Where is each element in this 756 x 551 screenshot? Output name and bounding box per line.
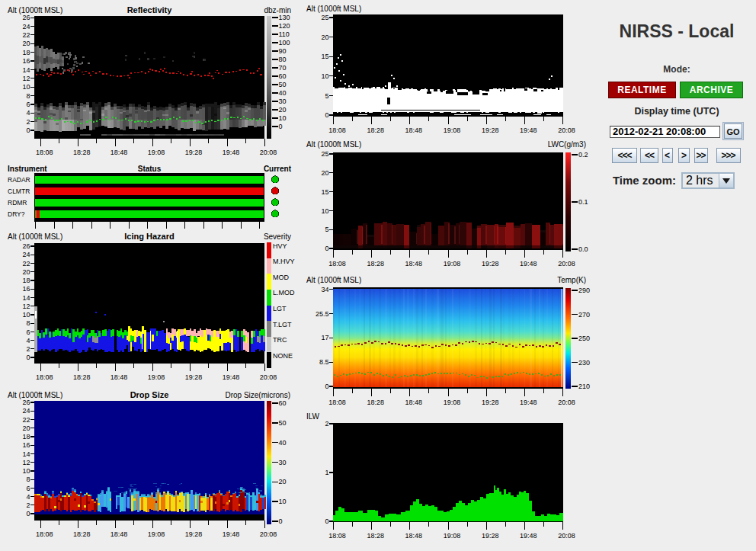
svg-text:10: 10: [321, 207, 328, 215]
svg-text:18: 18: [22, 277, 30, 284]
svg-text:20:08: 20:08: [558, 260, 575, 267]
svg-text:14: 14: [22, 294, 30, 302]
svg-text:LWC(g/m3): LWC(g/m3): [548, 140, 586, 149]
svg-text:4: 4: [26, 493, 30, 501]
svg-text:110: 110: [279, 30, 290, 38]
svg-text:40: 40: [279, 89, 287, 97]
svg-text:19:28: 19:28: [482, 127, 499, 134]
svg-text:TRC: TRC: [273, 336, 287, 344]
svg-text:25.5: 25.5: [316, 310, 329, 318]
svg-text:20:08: 20:08: [558, 532, 575, 540]
svg-text:Alt (1000ft MSL): Alt (1000ft MSL): [8, 391, 62, 399]
svg-text:10: 10: [279, 498, 287, 505]
svg-text:18:28: 18:28: [367, 260, 384, 267]
svg-text:270: 270: [578, 311, 590, 319]
svg-text:L.MOD: L.MOD: [273, 289, 295, 296]
svg-text:MOD: MOD: [273, 274, 289, 281]
svg-text:19:48: 19:48: [520, 532, 537, 540]
svg-text:ILW: ILW: [306, 412, 320, 421]
svg-text:14: 14: [22, 66, 30, 74]
svg-text:20:08: 20:08: [260, 149, 277, 156]
svg-text:20: 20: [22, 40, 30, 47]
svg-text:16: 16: [22, 57, 30, 65]
svg-text:16: 16: [22, 441, 30, 449]
svg-text:14: 14: [22, 450, 30, 458]
svg-text:2: 2: [26, 345, 30, 353]
svg-text:19:08: 19:08: [148, 530, 165, 538]
svg-text:Instrument: Instrument: [8, 165, 47, 173]
svg-text:10: 10: [22, 467, 30, 475]
svg-text:15: 15: [321, 188, 328, 196]
svg-text:M.HVY: M.HVY: [273, 258, 295, 265]
svg-text:RDMR: RDMR: [8, 199, 27, 207]
svg-text:Alt (1000ft MSL): Alt (1000ft MSL): [306, 5, 361, 13]
svg-text:230: 230: [578, 359, 590, 367]
svg-text:20: 20: [279, 478, 287, 485]
svg-text:22: 22: [22, 416, 30, 424]
svg-text:26: 26: [22, 399, 30, 406]
svg-text:19:08: 19:08: [444, 260, 461, 267]
svg-text:Alt (1000ft MSL): Alt (1000ft MSL): [8, 6, 62, 14]
svg-text:10: 10: [279, 114, 287, 122]
svg-text:19:08: 19:08: [148, 373, 165, 381]
svg-text:15: 15: [321, 53, 328, 60]
svg-text:22: 22: [22, 260, 30, 267]
svg-text:20: 20: [22, 424, 30, 432]
svg-text:Current: Current: [264, 165, 292, 173]
svg-text:50: 50: [279, 81, 287, 88]
svg-text:T.LGT: T.LGT: [273, 321, 292, 328]
svg-text:22: 22: [22, 31, 30, 39]
svg-text:19:48: 19:48: [223, 149, 240, 156]
svg-text:100: 100: [279, 39, 290, 46]
svg-text:2: 2: [26, 501, 30, 509]
svg-text:HVY: HVY: [273, 242, 287, 250]
svg-text:18:08: 18:08: [328, 260, 346, 267]
svg-text:18:08: 18:08: [328, 127, 346, 134]
svg-text:80: 80: [279, 56, 287, 63]
svg-text:20: 20: [321, 34, 328, 41]
svg-text:50: 50: [279, 419, 287, 427]
svg-text:0: 0: [325, 517, 328, 525]
svg-text:Severity: Severity: [264, 232, 291, 241]
svg-text:18:28: 18:28: [367, 532, 384, 540]
svg-text:2: 2: [325, 420, 328, 428]
svg-text:18:48: 18:48: [405, 399, 423, 406]
svg-text:24: 24: [22, 23, 30, 30]
svg-text:26: 26: [22, 242, 30, 250]
svg-text:19:08: 19:08: [444, 532, 461, 540]
svg-text:19:08: 19:08: [444, 399, 461, 406]
svg-text:25: 25: [321, 14, 328, 21]
svg-text:20: 20: [321, 169, 328, 177]
svg-text:Alt (1000ft MSL): Alt (1000ft MSL): [306, 140, 361, 149]
svg-text:19:28: 19:28: [185, 373, 203, 381]
svg-text:18:08: 18:08: [328, 532, 346, 540]
svg-text:Drop Size(microns): Drop Size(microns): [225, 391, 290, 399]
svg-text:12: 12: [22, 459, 30, 466]
svg-text:12: 12: [22, 303, 30, 310]
svg-text:18:48: 18:48: [111, 530, 128, 538]
svg-text:0: 0: [279, 123, 283, 130]
svg-text:4: 4: [26, 109, 30, 117]
svg-text:Temp(K): Temp(K): [557, 276, 586, 284]
svg-text:18:48: 18:48: [405, 260, 423, 267]
svg-text:8: 8: [26, 92, 30, 100]
svg-text:18:08: 18:08: [36, 149, 53, 156]
svg-text:90: 90: [279, 47, 287, 55]
svg-text:5: 5: [325, 226, 328, 233]
svg-text:18:08: 18:08: [36, 530, 53, 538]
svg-text:19:28: 19:28: [185, 530, 203, 538]
svg-text:19:08: 19:08: [148, 149, 165, 156]
svg-text:19:28: 19:28: [482, 260, 499, 267]
svg-text:NONE: NONE: [273, 352, 293, 360]
svg-text:0: 0: [325, 111, 328, 119]
svg-text:Drop Size: Drop Size: [130, 390, 169, 399]
svg-text:210: 210: [578, 383, 590, 390]
svg-text:19:48: 19:48: [223, 373, 240, 381]
svg-text:25: 25: [321, 150, 328, 158]
svg-text:20:08: 20:08: [260, 530, 277, 538]
svg-text:24: 24: [22, 407, 30, 415]
svg-text:18:48: 18:48: [405, 532, 423, 540]
svg-text:6: 6: [26, 328, 30, 336]
svg-text:30: 30: [279, 459, 287, 466]
svg-text:60: 60: [279, 72, 287, 80]
